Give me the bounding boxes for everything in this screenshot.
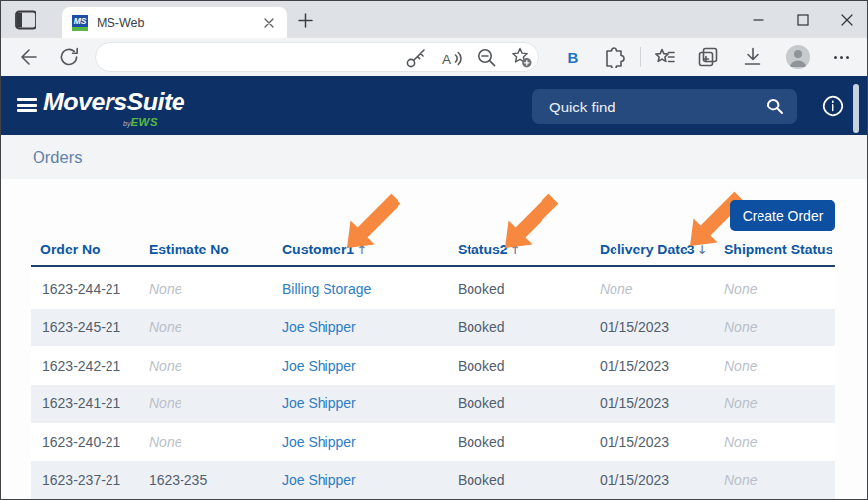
app-logo-brand: byEWS [123, 116, 158, 128]
cell-order-no: 1623-237-21 [42, 472, 120, 488]
column-header-estimate-no[interactable]: Estimate No [147, 242, 280, 257]
sort-rank-badge: 3 [687, 242, 695, 257]
column-header-order-no[interactable]: Order No [31, 242, 147, 257]
cell-shipment-status: None [724, 395, 757, 411]
cell-customer[interactable]: Billing Storage [282, 281, 371, 297]
cell-shipment-status: None [724, 434, 757, 450]
cell-delivery-date: 01/15/2023 [600, 358, 669, 374]
zoom-out-icon[interactable] [476, 47, 498, 69]
table-row: 1623-240-21NoneJoe ShipperBooked01/15/20… [31, 423, 835, 462]
cell-customer[interactable]: Joe Shipper [282, 472, 356, 488]
cell-order-no: 1623-245-21 [42, 320, 120, 335]
table-row: 1623-237-211623-235Joe ShipperBooked01/1… [31, 461, 835, 499]
search-icon[interactable] [766, 98, 784, 119]
cell-estimate-no: None [149, 434, 181, 450]
window-maximize-icon[interactable] [785, 3, 821, 36]
cell-customer[interactable]: Joe Shipper [282, 395, 356, 411]
favorites-hub-icon[interactable] [654, 46, 676, 68]
toolbar-divider [640, 47, 641, 67]
collections-icon[interactable] [697, 46, 719, 68]
cell-order-no: 1623-242-21 [42, 358, 120, 374]
app-header: MoversSuite byEWS [1, 76, 867, 135]
back-icon[interactable] [18, 46, 39, 68]
extensions-icon[interactable] [604, 46, 625, 68]
address-bar[interactable]: A [95, 42, 539, 72]
orders-page-content: Create Order Order NoEstimate NoCustomer… [1, 179, 867, 500]
browser-tab[interactable]: MS MS-Web [62, 7, 287, 38]
cell-delivery-date: 01/15/2023 [600, 434, 669, 450]
profile-avatar[interactable] [786, 45, 810, 69]
more-options-icon[interactable] [831, 46, 852, 68]
page-title: Orders [33, 135, 82, 179]
refresh-icon[interactable] [58, 46, 80, 68]
page-title-bar: Orders [1, 135, 867, 179]
browser-toolbar: A B [1, 38, 867, 76]
cell-estimate-no: None [149, 320, 181, 335]
browser-tab-strip: MS MS-Web [1, 1, 867, 38]
cell-status: Booked [458, 395, 504, 411]
quick-find-input[interactable] [549, 93, 757, 120]
favicon-text: MS [72, 15, 88, 27]
table-row: 1623-244-21NoneBilling StorageBookedNone… [31, 270, 835, 309]
vertical-scrollbar-thumb[interactable] [853, 84, 859, 133]
info-icon[interactable] [822, 95, 844, 117]
sort-rank-badge: 2 [500, 242, 508, 257]
cell-estimate-no: None [149, 281, 181, 297]
tab-close-icon[interactable] [261, 15, 277, 31]
cell-status: Booked [458, 320, 504, 335]
cell-shipment-status: None [724, 358, 757, 374]
cell-delivery-date: 01/15/2023 [600, 320, 669, 335]
cell-status: Booked [458, 358, 504, 374]
column-header-delivery-date[interactable]: Delivery Date3↓ [598, 242, 722, 257]
column-label: Estimate No [149, 242, 229, 257]
add-favorite-icon[interactable] [511, 47, 533, 69]
cell-delivery-date: 01/15/2023 [600, 472, 669, 488]
browser-window: MS MS-Web [0, 0, 868, 500]
window-close-icon[interactable] [830, 3, 865, 36]
cell-estimate-no: 1623-235 [149, 472, 207, 488]
cell-estimate-no: None [149, 358, 181, 374]
app-logo: MoversSuite [43, 88, 184, 116]
vertical-tabs-icon[interactable] [14, 9, 37, 31]
sort-ascending-icon: ↑ [508, 242, 521, 257]
cell-status: Booked [458, 434, 504, 450]
cell-customer[interactable]: Joe Shipper [282, 358, 356, 374]
address-input[interactable] [111, 45, 388, 69]
table-row: 1623-242-21NoneJoe ShipperBooked01/15/20… [31, 346, 835, 385]
downloads-icon[interactable] [742, 46, 763, 68]
cell-status: Booked [458, 281, 504, 297]
sort-rank-badge: 1 [346, 242, 354, 257]
column-header-shipment-status[interactable]: Shipment Status [722, 242, 835, 257]
cell-delivery-date: 01/15/2023 [600, 395, 669, 411]
cell-order-no: 1623-244-21 [42, 281, 120, 297]
sort-descending-icon: ↓ [695, 242, 708, 257]
column-label: Customer [282, 242, 346, 257]
bing-chat-icon[interactable]: B [562, 46, 584, 68]
ms-web-favicon: MS [72, 15, 88, 31]
table-row: 1623-245-21NoneJoe ShipperBooked01/15/20… [31, 309, 835, 347]
tab-title: MS-Web [97, 16, 261, 30]
create-order-button[interactable]: Create Order [730, 200, 835, 231]
window-minimize-icon[interactable] [741, 3, 776, 36]
column-label: Order No [40, 242, 101, 257]
column-header-customer[interactable]: Customer1↑ [280, 242, 456, 257]
cell-status: Booked [458, 472, 504, 488]
column-label: Shipment Status [724, 242, 832, 257]
cell-estimate-no: None [149, 395, 181, 411]
cell-customer[interactable]: Joe Shipper [282, 434, 356, 450]
cell-shipment-status: None [724, 320, 757, 335]
svg-text:A: A [442, 52, 451, 67]
table-row: 1623-241-21NoneJoe ShipperBooked01/15/20… [31, 385, 835, 423]
new-tab-icon[interactable] [297, 12, 314, 29]
menu-hamburger-icon[interactable] [17, 98, 37, 112]
cell-customer[interactable]: Joe Shipper [282, 320, 356, 335]
column-label: Status [458, 242, 500, 257]
read-aloud-icon[interactable]: A [441, 47, 463, 69]
sort-ascending-icon: ↑ [354, 242, 367, 257]
quick-find-box[interactable] [532, 89, 797, 124]
cell-delivery-date: None [600, 281, 632, 297]
cell-order-no: 1623-241-21 [42, 395, 120, 411]
password-key-icon[interactable] [405, 47, 427, 69]
column-header-status[interactable]: Status2↑ [456, 242, 598, 257]
column-label: Delivery Date [600, 242, 687, 257]
